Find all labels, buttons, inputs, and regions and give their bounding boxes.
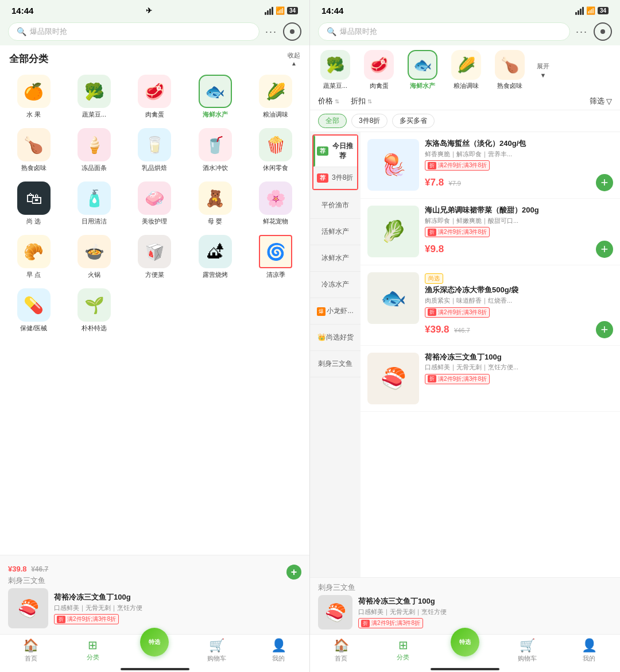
nav-cart-left[interactable]: 🛒 购物车 xyxy=(185,638,247,663)
cat-item-snacks[interactable]: 🍿 休闲零食 xyxy=(246,123,306,177)
top-cat-icon-veg: 🥦 xyxy=(320,50,350,80)
nav-home-right[interactable]: 🏠 首页 xyxy=(310,638,372,663)
top-cat-icon-grain: 🌽 xyxy=(451,50,481,80)
cat-icon-hotpot: 🍲 xyxy=(78,235,111,268)
product-price-2: ¥9.8 xyxy=(425,244,444,255)
nav-cart-right[interactable]: 🛒 购物车 xyxy=(496,638,558,663)
cat-item-camping[interactable]: 🏕 露营烧烤 xyxy=(185,230,245,284)
cat-item-health[interactable]: 💊 保健/医械 xyxy=(3,284,64,337)
collapse-button[interactable]: 收起 ▲ xyxy=(288,51,300,67)
home-indicator-left xyxy=(0,669,309,672)
search-placeholder-right: 爆品限时抢 xyxy=(340,26,377,37)
bottom-preview-right: 刺身三文鱼 🍣 荷裕冷冻三文鱼丁100g 口感鲜美｜无骨无刺｜烹饪方便 折 满2… xyxy=(310,577,620,634)
filter-all[interactable]: 筛选 ▽ xyxy=(590,96,612,106)
add-btn-2[interactable]: + xyxy=(596,241,613,258)
more-button-right[interactable]: ··· xyxy=(576,26,588,38)
top-cat-seafood[interactable]: 🐟 海鲜水产 xyxy=(402,50,443,90)
filter-bar: 价格 ⇅ 折扣 ⇅ 筛选 ▽ xyxy=(310,92,620,110)
tag-bulk[interactable]: 多买多省 xyxy=(392,114,435,128)
top-cat-label-cooked: 熟食卤味 xyxy=(497,82,522,90)
cat-label-pupu: 朴朴特选 xyxy=(82,324,107,333)
cat-item-seafood[interactable]: 🐟 海鲜水产 xyxy=(185,70,245,123)
cat-item-cooked[interactable]: 🍗 熟食卤味 xyxy=(3,123,64,177)
cat-icon-cool: 🌀 xyxy=(259,235,292,268)
more-button-left[interactable]: ··· xyxy=(265,26,277,38)
sub-nav-live-seafood[interactable]: 活鲜水产 xyxy=(310,219,361,245)
time-left: 14:44 xyxy=(11,6,33,16)
top-cat-label-grain: 粮油调味 xyxy=(454,82,479,90)
price-row-2: ¥9.8 + xyxy=(425,241,613,258)
cat-item-grain[interactable]: 🌽 粮油调味 xyxy=(246,70,306,123)
expand-button[interactable]: 展开 ▼ xyxy=(533,62,553,79)
tag-all[interactable]: 全部 xyxy=(318,114,347,128)
add-btn-3[interactable]: + xyxy=(596,321,613,338)
sub-nav-frozen-seafood[interactable]: 冷冻水产 xyxy=(310,272,361,298)
sub-nav-recommend-group: 荐 今日推荐 荐 3件8折 xyxy=(312,134,358,190)
sub-nav-3for8[interactable]: 荐 3件8折 xyxy=(313,167,357,189)
cat-item-cool[interactable]: 🌀 清凉季 xyxy=(246,230,306,284)
cat-item-pupu[interactable]: 🌱 朴朴特选 xyxy=(64,284,124,337)
sub-nav-cheap-market[interactable]: 平价渔市 xyxy=(310,192,361,219)
scan-dot-right xyxy=(600,29,605,34)
cat-item-veg[interactable]: 🥦 蔬菜豆... xyxy=(64,70,124,123)
cat-item-drinks[interactable]: 🥤 酒水冲饮 xyxy=(185,123,245,177)
status-icons-right: 📶 34 xyxy=(575,6,609,15)
cat-label-daily: 日用清洁 xyxy=(82,217,107,226)
cat-item-breakfast[interactable]: 🥐 早 点 xyxy=(3,230,64,284)
sub-nav-salmon[interactable]: 刺身三文鱼 xyxy=(310,351,361,377)
top-cat-veg[interactable]: 🥦 蔬菜豆... xyxy=(315,50,356,90)
cat-item-daily[interactable]: 🧴 日用清洁 xyxy=(64,177,124,230)
nav-profile-left[interactable]: 👤 我的 xyxy=(247,638,309,663)
scan-button-left[interactable] xyxy=(283,22,301,41)
tag-3for8[interactable]: 3件8折 xyxy=(351,114,388,128)
nav-home-left[interactable]: 🏠 首页 xyxy=(0,638,62,663)
top-cat-cooked[interactable]: 🍗 熟食卤味 xyxy=(489,50,530,90)
product-name-left: 荷裕冷冻三文鱼丁100g xyxy=(54,592,301,603)
cat-item-fruit[interactable]: 🍊 水 果 xyxy=(3,70,64,123)
cat-item-selected[interactable]: 🛍 尚 选 xyxy=(3,177,64,230)
cat-item-convenience[interactable]: 🥡 方便菜 xyxy=(125,230,185,284)
bottom-product-name-left: ¥39.8 ¥46.7 + xyxy=(8,561,301,576)
product-details-1: 东洛岛海蜇丝（淡化）240g/包 鲜香爽脆｜解冻即食｜营养丰... 折 满2件9… xyxy=(425,139,613,191)
product-price-3: ¥39.8 xyxy=(425,324,450,335)
nav-home-label-left: 首页 xyxy=(25,654,37,663)
sub-nav-today-rec[interactable]: 荐 今日推荐 xyxy=(313,136,357,167)
scan-button-right[interactable] xyxy=(594,22,612,41)
filter-discount[interactable]: 折扣 ⇅ xyxy=(351,96,372,106)
top-cat-grain[interactable]: 🌽 粮油调味 xyxy=(445,50,487,90)
cat-icon-meat: 🥩 xyxy=(138,75,171,108)
sub-nav-premium[interactable]: 👑尚选好货 xyxy=(310,325,361,351)
nav-category-left[interactable]: ⊞ 分类 xyxy=(62,638,124,663)
cat-item-dairy[interactable]: 🥛 乳品烘焙 xyxy=(125,123,185,177)
product-price-old-1: ¥7.9 xyxy=(449,180,461,187)
product-list: 🪼 东洛岛海蜇丝（淡化）240g/包 鲜香爽脆｜解冻即食｜营养丰... 折 满2… xyxy=(361,132,620,577)
cat-item-meat[interactable]: 🥩 肉禽蛋 xyxy=(125,70,185,123)
add-button-main-left[interactable]: + xyxy=(286,565,301,580)
cat-label-veg: 蔬菜豆... xyxy=(82,110,106,119)
cat-item-beauty[interactable]: 🧼 美妆护理 xyxy=(125,177,185,230)
cat-label-convenience: 方便菜 xyxy=(145,271,164,279)
cat-item-baby[interactable]: 🧸 母 婴 xyxy=(185,177,245,230)
cat-icon-flowers: 🌸 xyxy=(259,181,292,215)
product-details-2: 海山兄弟调味裙带菜（酸甜）200g 解冻即食｜鲜嫩爽脆｜酸甜可口... 折 满2… xyxy=(425,206,613,258)
top-cat-meat[interactable]: 🥩 肉禽蛋 xyxy=(358,50,400,90)
add-btn-1[interactable]: + xyxy=(596,174,613,191)
search-input-wrap-left[interactable]: 🔍 爆品限时抢 xyxy=(8,22,259,41)
sub-nav-chilled-seafood[interactable]: 冰鲜水产 xyxy=(310,245,361,272)
cat-item-hotpot[interactable]: 🍲 火锅 xyxy=(64,230,124,284)
discount-tag-2: 折 满2件9折;满3件8折 xyxy=(425,227,490,237)
special-icon-right: 特选 xyxy=(451,628,479,656)
sub-nav-lobster[interactable]: 爆小龙虾... xyxy=(310,298,361,325)
nav-profile-right[interactable]: 👤 我的 xyxy=(558,638,620,663)
search-input-wrap-right[interactable]: 🔍 爆品限时抢 xyxy=(318,22,570,41)
nav-category-right[interactable]: ⊞ 分类 xyxy=(372,638,434,663)
cat-icon-beauty: 🧼 xyxy=(138,181,171,215)
nav-special-left[interactable]: 特选 xyxy=(124,638,186,663)
filter-price[interactable]: 价格 ⇅ xyxy=(318,96,339,106)
expand-label: 展开 xyxy=(537,62,549,71)
cat-item-flowers[interactable]: 🌸 鲜花宠物 xyxy=(246,177,306,230)
bottom-preview-left: ¥39.8 ¥46.7 + 刺身三文鱼 🍣 荷裕冷冻三文鱼丁100g 口感鲜美｜… xyxy=(0,555,309,634)
cat-icon-seafood: 🐟 xyxy=(199,75,232,108)
nav-special-right[interactable]: 特选 xyxy=(434,638,496,663)
cat-item-frozen[interactable]: 🍦 冻品面条 xyxy=(64,123,124,177)
